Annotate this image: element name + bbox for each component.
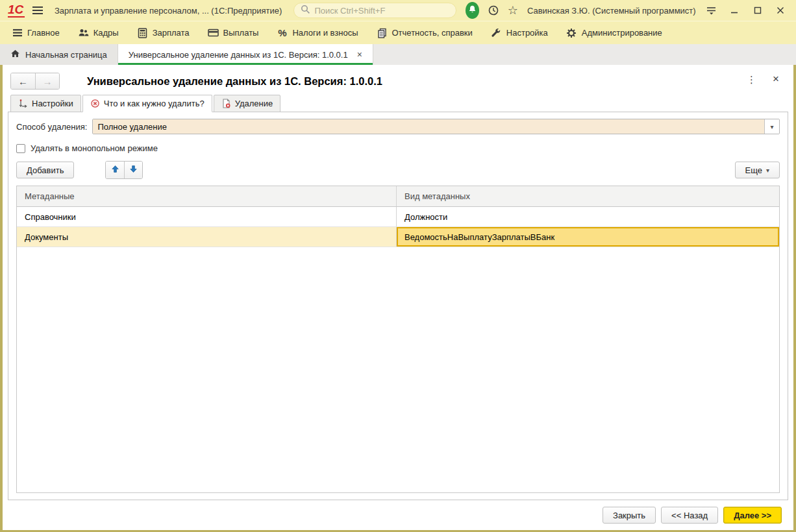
more-button-label: Еще [745,165,762,175]
app-window: 1С Зарплата и управление персоналом, ...… [0,0,796,532]
deletion-method-row: Способ удаления: Полное удаление ▾ [16,119,780,134]
maximize-button[interactable] [751,3,764,18]
tab-udalenie[interactable]: Удаление [214,95,281,112]
form-universal-deletion: ← → Универсальное удаление данных из 1С.… [0,65,796,532]
tab-label: Что и как нужно удалить? [104,99,205,108]
section-label: Зарплата [153,28,190,38]
column-header-metadata[interactable]: Метаданные [17,186,397,206]
more-button[interactable]: Еще ▾ [735,162,780,178]
section-label: Главное [27,28,60,38]
wizard-tabs: Настройки Что и как нужно удалить? Удале… [10,95,793,112]
section-nastroika[interactable]: Настройка [491,27,548,38]
table-row[interactable]: Справочники Должности [17,207,779,227]
people-icon [78,27,89,38]
tab-universal-deletion[interactable]: Универсальное удаление данных из 1С. Вер… [118,44,373,65]
calculator-icon [137,27,148,38]
documents-icon [377,27,388,38]
search-icon [301,5,310,16]
sections-panel: Главное Кадры Зарплата Выплаты % Налоги … [0,21,796,44]
nav-back-button[interactable]: ← [11,73,35,89]
main-menu-icon[interactable] [31,3,44,18]
deletion-method-value: Полное удаление [93,119,764,134]
cell-kind[interactable]: Должности [397,207,779,226]
section-administrirovanie[interactable]: Администрирование [566,27,662,38]
search-input[interactable] [314,6,449,16]
tab-label: Начальная страница [25,50,107,60]
delete-document-icon [221,99,231,108]
global-search[interactable] [293,3,456,18]
settings-axes-icon [18,99,28,108]
section-label: Налоги и взносы [292,28,358,38]
card-icon [208,27,219,38]
current-user[interactable]: Савинская З.Ю. (Системный программист) [527,6,696,16]
column-header-kind[interactable]: Вид метаданных [397,186,779,206]
history-button[interactable] [487,3,500,18]
form-header: ← → Универсальное удаление данных из 1С.… [3,65,793,92]
cell-metadata[interactable]: Документы [17,227,397,247]
section-label: Выплаты [223,28,259,38]
wrench-icon [491,27,502,38]
section-vyplaty[interactable]: Выплаты [208,27,259,38]
arrow-up-icon [111,165,119,175]
section-otchetnost[interactable]: Отчетность, справки [377,27,473,38]
cell-metadata[interactable]: Справочники [17,207,397,226]
1c-logo: 1С [8,3,25,18]
tab-close-icon[interactable]: × [357,49,362,60]
section-label: Отчетность, справки [392,28,473,38]
tab-label: Удаление [235,99,273,108]
tab-home-page[interactable]: Начальная страница [0,44,118,65]
back-button[interactable]: << Назад [661,507,718,524]
combo-dropdown-button[interactable]: ▾ [764,119,779,134]
bell-icon [467,5,477,16]
exclusive-mode-checkbox[interactable] [16,144,25,153]
tab-what-to-delete[interactable]: Что и как нужно удалить? [82,95,212,112]
form-more-icon[interactable]: ⋮ [747,74,757,86]
open-windows-tabbar: Начальная страница Универсальное удалени… [0,44,796,65]
red-circle-x-icon [90,99,100,108]
section-nalogi[interactable]: % Налоги и взносы [277,27,358,38]
section-label: Администрирование [582,28,662,38]
tab-nastroyki[interactable]: Настройки [10,95,81,112]
titlebar: 1С Зарплата и управление персоналом, ...… [0,0,796,21]
section-kadry[interactable]: Кадры [78,27,119,38]
tab-page-panel: Способ удаления: Полное удаление ▾ Удаля… [8,112,788,500]
move-buttons [105,161,143,179]
add-button[interactable]: Добавить [16,162,74,178]
cell-kind-selected[interactable]: ВедомостьНаВыплатуЗарплатыВБанк [397,227,779,247]
history-nav: ← → [10,73,60,90]
table-header: Метаданные Вид метаданных [17,186,779,207]
move-up-button[interactable] [106,162,124,178]
table-command-bar: Добавить Еще ▾ [16,161,780,179]
menu-icon [12,27,23,38]
metadata-table: Метаданные Вид метаданных Справочники До… [16,186,780,493]
section-label: Настройка [506,28,548,38]
gear-icon [566,27,577,38]
tab-label: Универсальное удаление данных из 1С. Вер… [129,50,348,60]
move-down-button[interactable] [124,162,142,178]
form-title: Универсальное удаление данных из 1С. Вер… [87,75,382,88]
exclusive-mode-row: Удалять в монопольном режиме [16,143,780,153]
minimize-button[interactable] [728,3,741,18]
notifications-button[interactable] [466,2,479,19]
nav-forward-button[interactable]: → [35,73,59,89]
section-glavnoe[interactable]: Главное [12,27,60,38]
form-close-icon[interactable]: × [773,73,779,86]
chevron-down-icon: ▾ [766,167,769,174]
wizard-footer: Закрыть << Назад Далее >> [3,500,793,530]
section-zarplata[interactable]: Зарплата [137,27,190,38]
service-menu-icon[interactable] [705,3,718,18]
app-title: Зарплата и управление персоналом, ... (1… [55,6,282,16]
deletion-method-label: Способ удаления: [16,122,87,132]
forward-arrow-icon: → [43,76,53,87]
chevron-down-icon: ▾ [770,123,773,130]
arrow-down-icon [129,165,138,175]
close-button[interactable]: Закрыть [603,507,656,524]
window-close-button[interactable] [774,3,787,18]
deletion-method-select[interactable]: Полное удаление ▾ [92,119,780,134]
table-empty-area [17,247,779,492]
exclusive-mode-label[interactable]: Удалять в монопольном режиме [31,143,158,153]
next-button[interactable]: Далее >> [723,507,782,524]
favorites-button[interactable]: ☆ [508,5,518,16]
home-icon [10,49,20,60]
table-row-selected[interactable]: Документы ВедомостьНаВыплатуЗарплатыВБан… [17,227,779,247]
